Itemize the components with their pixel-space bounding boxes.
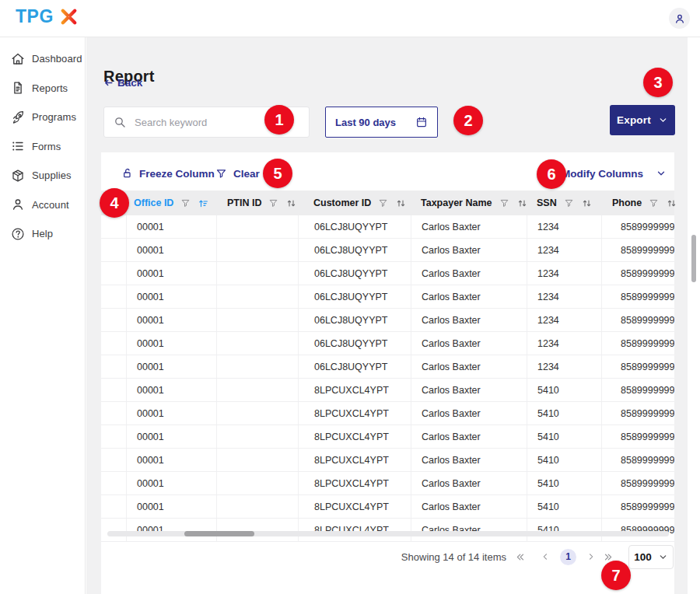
back-label: Back: [117, 77, 142, 89]
cell-phone: 8589999999: [601, 309, 674, 331]
filter-icon[interactable]: [499, 198, 509, 208]
filter-icon[interactable]: [378, 198, 388, 208]
cell-office-id: 00001: [126, 379, 216, 401]
filter-icon[interactable]: [649, 198, 659, 208]
table-row[interactable]: 00001 06LCJ8UQYYPT Carlos Baxter 1234 85…: [101, 355, 674, 379]
page-size-select[interactable]: 100: [628, 545, 674, 569]
column-label: Customer ID: [313, 197, 371, 208]
cell-office-id: 00001: [126, 355, 216, 378]
sidebar-item-label: Supplies: [32, 169, 72, 181]
first-page-button[interactable]: [514, 551, 526, 563]
column-header-ssn[interactable]: SSN: [527, 190, 601, 215]
cell-ssn: 1234: [527, 262, 601, 285]
cell-gutter: [101, 495, 126, 518]
filter-icon[interactable]: [268, 198, 278, 208]
cell-customer-id: 06LCJ8UQYYPT: [298, 285, 411, 308]
sidebar-item-forms[interactable]: Forms: [0, 132, 85, 162]
horizontal-scrollbar-thumb[interactable]: [184, 531, 254, 536]
table-row[interactable]: 00001 8LPCUXCL4YPT Carlos Baxter 5410 85…: [101, 472, 674, 495]
sidebar-item-supplies[interactable]: Supplies: [0, 161, 85, 190]
cell-gutter: [101, 402, 126, 425]
table-row[interactable]: 00001 8LPCUXCL4YPT Carlos Baxter 5410 85…: [101, 379, 674, 402]
column-header-office-id[interactable]: Office ID: [126, 190, 216, 215]
tpg-logo[interactable]: TPG: [16, 7, 79, 26]
back-link[interactable]: Back: [103, 77, 142, 89]
cell-phone: 8589999999: [601, 449, 674, 471]
sidebar-nav: Dashboard Reports Programs Forms: [0, 37, 86, 594]
cell-ptin-id: [216, 355, 298, 378]
table-row[interactable]: 00001 8LPCUXCL4YPT Carlos Baxter 5410 85…: [101, 402, 674, 425]
sidebar-item-reports[interactable]: Reports: [0, 74, 85, 103]
cell-ssn: 1234: [527, 355, 601, 378]
cell-customer-id: 8LPCUXCL4YPT: [298, 495, 411, 518]
table-row[interactable]: 00001 06LCJ8UQYYPT Carlos Baxter 1234 85…: [101, 309, 674, 332]
arrow-left-icon: [103, 78, 114, 88]
cell-taxpayer-name: Carlos Baxter: [411, 309, 527, 331]
cell-taxpayer-name: Carlos Baxter: [411, 355, 527, 378]
sort-icon[interactable]: [666, 197, 677, 209]
freeze-column-button[interactable]: Freeze Column: [121, 162, 215, 185]
cell-phone: 8589999999: [601, 425, 674, 448]
cell-taxpayer-name: Carlos Baxter: [411, 402, 527, 425]
column-header-customer-id[interactable]: Customer ID: [298, 190, 411, 215]
sidebar-item-programs[interactable]: Programs: [0, 103, 85, 132]
clear-filters-button[interactable]: Clear: [215, 162, 260, 185]
filter-icon[interactable]: [180, 198, 191, 208]
cell-ssn: 1234: [527, 239, 601, 261]
previous-page-button[interactable]: [540, 551, 551, 562]
cell-ssn: 1234: [527, 309, 601, 331]
page-size-value: 100: [634, 551, 652, 563]
cell-customer-id: 06LCJ8UQYYPT: [298, 239, 411, 261]
vertical-scrollbar-thumb[interactable]: [691, 235, 696, 282]
table-horizontal-scrollbar[interactable]: [107, 531, 669, 536]
column-header-phone[interactable]: Phone: [601, 190, 674, 215]
cell-taxpayer-name: Carlos Baxter: [411, 285, 527, 308]
sort-ascending-icon[interactable]: [198, 197, 209, 209]
window-vertical-scrollbar[interactable]: [688, 37, 700, 594]
filter-icon[interactable]: [564, 198, 574, 208]
cell-customer-id: 8LPCUXCL4YPT: [298, 519, 411, 541]
sidebar-item-dashboard[interactable]: Dashboard: [0, 44, 85, 74]
cell-office-id: 00001: [126, 495, 216, 518]
modify-columns-button[interactable]: Modify Columns: [562, 162, 667, 185]
page-number-button[interactable]: 1: [560, 549, 576, 565]
table-row[interactable]: 00001 06LCJ8UQYYPT Carlos Baxter 1234 85…: [101, 332, 674, 355]
date-range-select[interactable]: Last 90 days: [325, 107, 438, 138]
table-row[interactable]: 00001 8LPCUXCL4YPT Carlos Baxter 5410 85…: [101, 425, 674, 449]
cell-office-id: 00001: [126, 472, 216, 494]
cell-ssn: 1234: [527, 332, 601, 355]
modify-columns-label: Modify Columns: [562, 168, 643, 180]
table-row[interactable]: 00001 06LCJ8UQYYPT Carlos Baxter 1234 85…: [101, 262, 674, 285]
cell-gutter: [101, 379, 126, 401]
column-header-taxpayer-name[interactable]: Taxpayer Name: [411, 190, 527, 215]
table-row[interactable]: 00001 8LPCUXCL4YPT Carlos Baxter 5410 85…: [101, 449, 674, 472]
next-page-button[interactable]: [586, 551, 597, 562]
cell-ptin-id: [216, 519, 298, 541]
sidebar-item-help[interactable]: Help: [0, 219, 85, 249]
logo-text: TPG: [16, 8, 54, 26]
sort-icon[interactable]: [581, 197, 593, 209]
cell-taxpayer-name: Carlos Baxter: [411, 262, 527, 285]
cell-gutter: [101, 285, 126, 308]
table-row[interactable]: 00001 06LCJ8UQYYPT Carlos Baxter 1234 85…: [101, 285, 674, 309]
table-row[interactable]: 00001 8LPCUXCL4YPT Carlos Baxter 5410 85…: [101, 519, 674, 542]
cell-phone: 8589999999: [601, 495, 674, 518]
user-account-button[interactable]: [669, 8, 690, 29]
table-row[interactable]: 00001 06LCJ8UQYYPT Carlos Baxter 1234 85…: [101, 215, 674, 239]
user-icon: [674, 12, 686, 25]
sidebar-item-label: Programs: [32, 111, 76, 123]
table-row[interactable]: 00001 06LCJ8UQYYPT Carlos Baxter 1234 85…: [101, 239, 674, 262]
sidebar-item-account[interactable]: Account: [0, 190, 85, 220]
home-icon: [11, 52, 25, 66]
cell-office-id: 00001: [126, 239, 216, 261]
column-label: Office ID: [134, 197, 173, 208]
sort-icon[interactable]: [395, 197, 407, 209]
column-header-ptin-id[interactable]: PTIN ID: [216, 190, 298, 215]
cell-office-id: 00001: [126, 402, 216, 425]
table-row[interactable]: 00001 8LPCUXCL4YPT Carlos Baxter 5410 85…: [101, 495, 674, 519]
sort-icon[interactable]: [285, 197, 297, 209]
export-button[interactable]: Export: [610, 105, 675, 135]
cell-office-id: 00001: [126, 519, 216, 541]
cell-phone: 8589999999: [601, 285, 674, 308]
cell-gutter: [101, 309, 126, 331]
